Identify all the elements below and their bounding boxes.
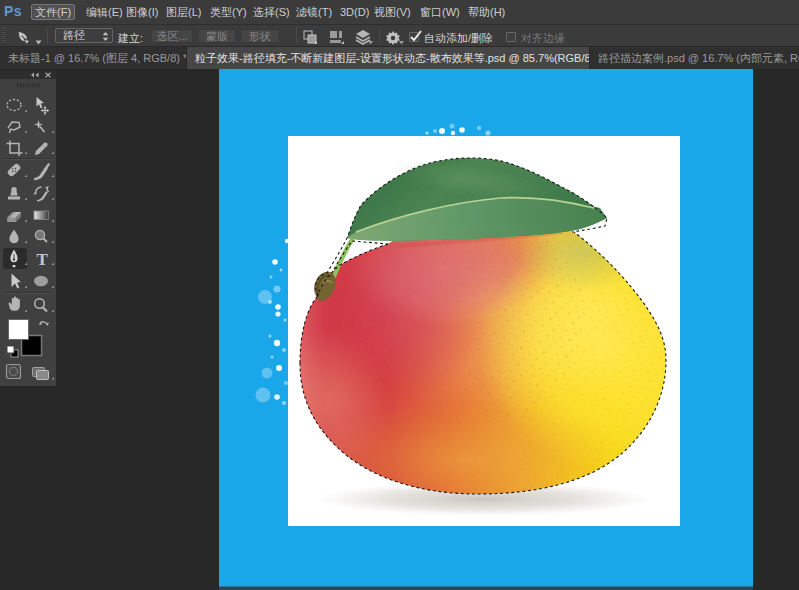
svg-text:T: T bbox=[37, 250, 49, 269]
